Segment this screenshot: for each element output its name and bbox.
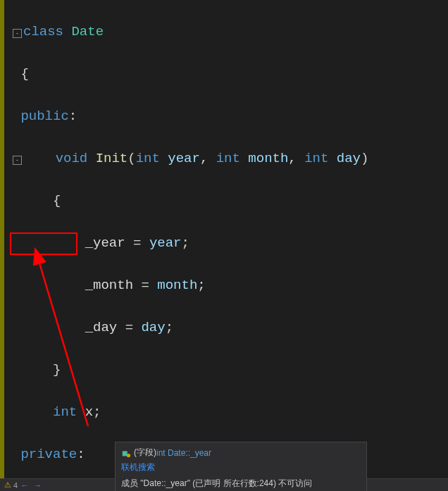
warning-count[interactable]: 4 [13, 481, 18, 490]
function-init: Init [96, 151, 128, 166]
intellisense-tooltip: (字段) int Date::_year 联机搜索 成员 "Date::_yea… [115, 442, 367, 491]
keyword-private: private [20, 447, 77, 462]
tooltip-search-link[interactable]: 联机搜索 [121, 461, 361, 473]
tooltip-field-label: (字段) [134, 447, 156, 459]
code-editor[interactable]: -class Date { public: - void Init(int ye… [0, 0, 448, 479]
svg-rect-2 [123, 451, 127, 456]
warning-icon[interactable]: ⚠ [4, 480, 11, 490]
tooltip-error-message: 成员 "Date::_year" (已声明 所在行数:244) 不可访问 [121, 478, 361, 490]
next-issue-button[interactable]: → [34, 481, 42, 490]
class-name: Date [71, 24, 104, 39]
fold-toggle[interactable]: - [13, 29, 22, 38]
svg-point-3 [127, 453, 130, 456]
keyword-void: void [56, 151, 88, 166]
keyword-public: public [20, 108, 68, 124]
prev-issue-button[interactable]: ← [20, 481, 28, 490]
field-icon [121, 448, 131, 458]
keyword-class: class [23, 24, 63, 39]
code-area[interactable]: -class Date { public: - void Init(int ye… [0, 0, 448, 491]
modified-gutter [0, 0, 4, 479]
tooltip-type-info: int Date::_year [156, 448, 211, 458]
fold-toggle[interactable]: - [13, 156, 22, 165]
